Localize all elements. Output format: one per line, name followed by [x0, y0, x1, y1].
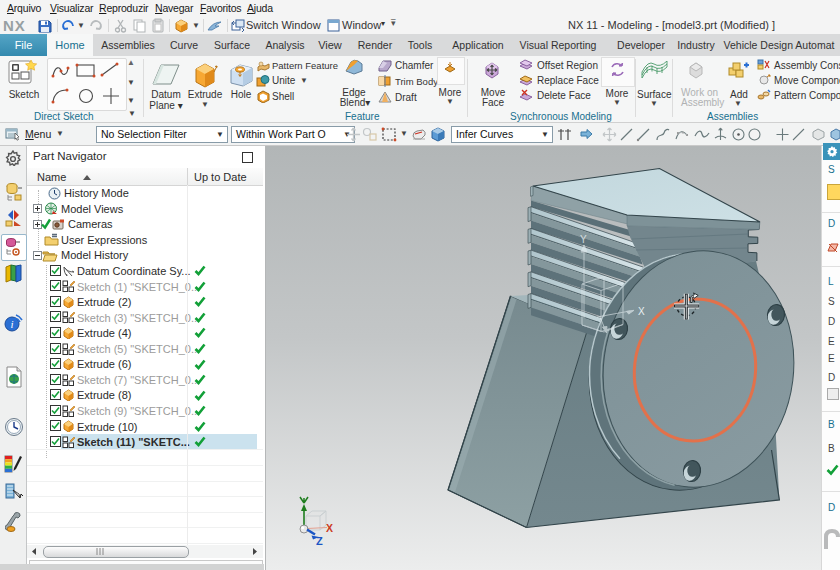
svg-text:Z: Z: [316, 535, 323, 547]
svg-text:Y: Y: [580, 234, 587, 245]
svg-text:X: X: [638, 306, 645, 317]
svg-text:i: i: [10, 318, 13, 330]
svg-text:X: X: [326, 522, 333, 534]
